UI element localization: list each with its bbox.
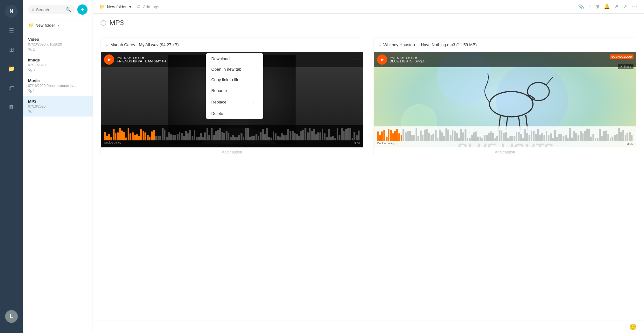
emoji-button[interactable]: 🙂 xyxy=(629,323,636,330)
sidebar-item-music[interactable]: Music 07/16/2020 People cannot liv... 📎 … xyxy=(23,75,93,96)
sidebar-item-date: 07/20/2020 7/16/2020 xyxy=(28,42,88,46)
sc-waveform-1[interactable]: Cookie policy 3:06 xyxy=(101,125,363,147)
user-avatar-bottom[interactable]: L xyxy=(5,310,18,323)
card-1: ♪ Mariah Carey - My All.wav (94.27 kB) ⋮ xyxy=(101,38,363,157)
sidebar: ≡ 🔍 + 📁 New folder ▾ Video 07/20/2020 7/… xyxy=(23,0,93,333)
grid-icon[interactable]: ⊞ xyxy=(5,43,18,56)
sc-time-1: 3:06 xyxy=(354,142,360,145)
context-menu-open-new-tab[interactable]: Open in new tab xyxy=(206,64,263,74)
card-2-caption[interactable]: Add caption xyxy=(374,147,636,157)
sidebar-item-count: 📎 1 xyxy=(28,89,88,93)
chevron-down-icon: ▾ xyxy=(58,24,59,27)
user-avatar-top[interactable]: N xyxy=(5,5,18,18)
clip-icon: 📎 xyxy=(28,89,32,93)
add-button[interactable]: + xyxy=(77,4,88,15)
page-title-bar: MP3 xyxy=(93,14,644,31)
tag-icon-header: 🏷 xyxy=(136,4,140,9)
sc-track-info-2: PAT DAM SMYTH BLUE LIGHTS (Single) xyxy=(390,56,633,63)
sc-artist-2: PAT DAM SMYTH xyxy=(390,56,633,59)
sc-topbar-2: ▶ PAT DAM SMYTH BLUE LIGHTS (Single) SOU… xyxy=(374,52,636,67)
cookie-policy-2: Cookie policy xyxy=(377,142,394,145)
soundcloud-badge: SOUNDCLOUD xyxy=(610,54,634,59)
grid-view-icon[interactable]: ⊞ xyxy=(595,4,599,10)
folder-icon[interactable]: 📁 xyxy=(5,62,18,75)
sidebar-header: ≡ 🔍 + xyxy=(23,0,93,19)
search-input[interactable] xyxy=(36,7,64,12)
main-header: 📁 New folder ▾ 🏷 Add tags 📎 4 ⊞ 🔔 ↗ ⤢ ··… xyxy=(93,0,644,14)
context-menu: Download Open in new tab Copy link to fi… xyxy=(206,53,263,119)
main-content: ♪ Mariah Carey - My All.wav (94.27 kB) ⋮ xyxy=(93,31,644,321)
hamburger-icon[interactable]: ☰ xyxy=(5,24,18,37)
card-1-more-icon[interactable]: ⋮ xyxy=(354,42,359,48)
sc-more-dots-2[interactable]: ··· xyxy=(376,68,380,72)
sidebar-item-date: 07/16/2020 xyxy=(28,104,88,108)
sc-play-button-1[interactable]: ▶ xyxy=(104,54,114,65)
sidebar-item-name: Music xyxy=(28,78,88,83)
main-header-left: 📁 New folder ▾ 🏷 Add tags xyxy=(99,4,159,9)
sidebar-item-count: 📎 3 xyxy=(28,68,88,72)
context-menu-download[interactable]: Download xyxy=(206,53,263,64)
sc-waveform-2[interactable]: Cookie policy 3:05 xyxy=(374,126,636,147)
bell-icon[interactable]: 🔔 xyxy=(604,4,610,10)
sc-play-button-2[interactable]: ▶ xyxy=(377,54,387,65)
clip-icon: 📎 xyxy=(28,110,32,113)
sidebar-item-video[interactable]: Video 07/20/2020 7/16/2020 📎 2 xyxy=(23,34,93,54)
filter-icon: ≡ xyxy=(32,7,34,12)
main-area: 📁 New folder ▾ 🏷 Add tags 📎 4 ⊞ 🔔 ↗ ⤢ ··… xyxy=(93,0,644,333)
sidebar-item-image[interactable]: Image 07/17/2020 📎 3 xyxy=(23,54,93,75)
page-title-checkbox[interactable] xyxy=(101,20,106,26)
sidebar-folder-name: New folder xyxy=(35,23,55,28)
main-header-right: 📎 4 ⊞ 🔔 ↗ ⤢ ··· xyxy=(578,4,638,10)
share-label: Share xyxy=(624,65,631,68)
music-note-icon-2: ♪ xyxy=(378,42,381,48)
card-2-header-left: ♪ Whitney Houston - I Have Nothing.mp3 (… xyxy=(378,42,477,48)
card-1-filename: Mariah Carey - My All.wav (94.27 kB) xyxy=(110,42,179,47)
more-options-icon[interactable]: ··· xyxy=(632,4,638,10)
trash-icon[interactable]: 🗑 xyxy=(5,101,18,113)
cards-grid: ♪ Mariah Carey - My All.wav (94.27 kB) ⋮ xyxy=(101,38,636,157)
context-menu-copy-link[interactable]: Copy link to file xyxy=(206,74,263,85)
clip-icon: 📎 xyxy=(28,48,32,51)
tag-icon[interactable]: 🏷 xyxy=(5,81,18,94)
chevron-down-icon[interactable]: ▾ xyxy=(129,4,131,9)
context-menu-replace[interactable]: Replace← xyxy=(206,96,263,108)
context-menu-rename[interactable]: Rename xyxy=(206,85,263,96)
sidebar-item-count: 📎 2 xyxy=(28,47,88,51)
attach-count: 4 xyxy=(589,4,591,9)
share-icon[interactable]: ↗ xyxy=(614,4,619,10)
sidebar-item-name: MP3 xyxy=(28,99,88,104)
card-2-header: ♪ Whitney Houston - I Have Nothing.mp3 (… xyxy=(374,38,636,52)
card-1-caption[interactable]: Add caption xyxy=(101,147,363,157)
music-note-icon: ♪ xyxy=(105,42,108,48)
sidebar-item-name: Image xyxy=(28,58,88,62)
sc-time-2: 3:05 xyxy=(627,142,633,145)
folder-icon-sm: 📁 xyxy=(28,23,33,28)
main-folder-name: New folder xyxy=(107,4,127,9)
sidebar-item-date: 07/16/2020 People cannot liv... xyxy=(28,84,88,88)
expand-icon[interactable]: ⤢ xyxy=(623,4,627,10)
attach-icon: 📎 xyxy=(578,4,584,10)
search-box[interactable]: ≡ 🔍 xyxy=(28,5,75,14)
sidebar-item-name: Video xyxy=(28,37,88,42)
clip-icon: 📎 xyxy=(28,68,32,72)
card-2-embed: BLUE LIGHTS ▶ PAT DAM SMYTH BLUE LIGHTS … xyxy=(374,52,636,147)
main-footer: 🙂 xyxy=(93,321,644,333)
share-button[interactable]: ↗ Share xyxy=(618,64,634,69)
search-icon: 🔍 xyxy=(66,7,71,12)
page-title: MP3 xyxy=(109,19,124,27)
cookie-policy-1: Cookie policy xyxy=(104,141,121,145)
card-2: ♪ Whitney Houston - I Have Nothing.mp3 (… xyxy=(374,38,636,157)
sidebar-items-list: Video 07/20/2020 7/16/2020 📎 2 Image 07/… xyxy=(23,31,93,333)
share-icon-small: ↗ xyxy=(620,65,623,68)
sidebar-item-date: 07/17/2020 xyxy=(28,63,88,67)
card-2-filename: Whitney Houston - I Have Nothing.mp3 (11… xyxy=(383,42,477,47)
sidebar-item-count: 📎 4 xyxy=(28,110,88,113)
sc-track-2: BLUE LIGHTS (Single) xyxy=(390,59,633,63)
sidebar-item-mp3[interactable]: MP3 07/16/2020 📎 4 xyxy=(23,96,93,117)
card-1-header: ♪ Mariah Carey - My All.wav (94.27 kB) ⋮ xyxy=(101,38,363,52)
sc-more-1[interactable]: ··· xyxy=(356,57,360,62)
card-2-more-icon[interactable]: ⋮ xyxy=(626,42,632,48)
context-menu-delete[interactable]: Delete xyxy=(206,108,263,119)
add-tags-label[interactable]: Add tags xyxy=(143,4,159,9)
sidebar-folder-header[interactable]: 📁 New folder ▾ xyxy=(23,19,93,31)
